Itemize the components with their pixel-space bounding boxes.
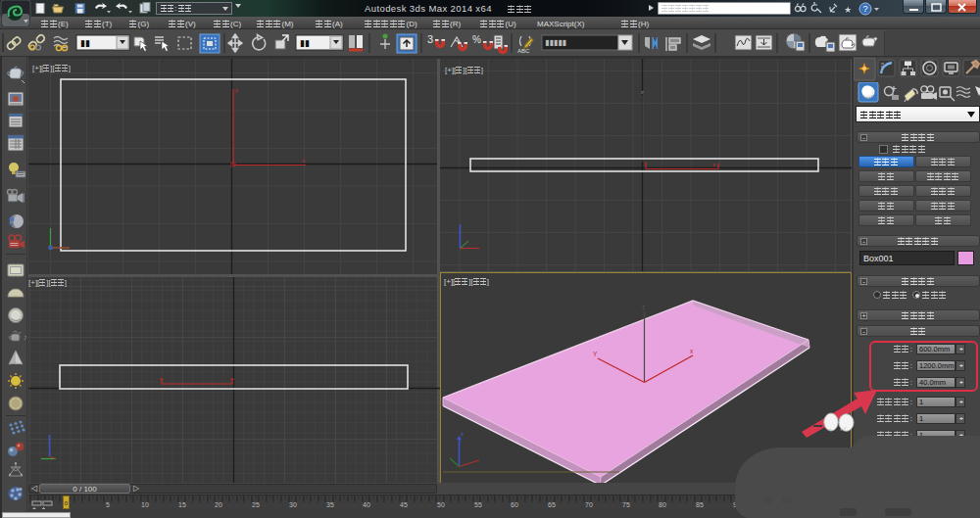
svg-text:▮▮: ▮▮ [80,38,90,48]
svg-text:%: % [472,34,481,45]
svg-text:▮▮: ▮▮ [300,38,310,48]
svg-text:?: ? [862,4,867,14]
svg-text:▮▮▮▮▮: ▮▮▮▮▮ [545,38,566,47]
svg-text:3: 3 [427,33,433,45]
svg-text:ABC: ABC [517,48,530,54]
